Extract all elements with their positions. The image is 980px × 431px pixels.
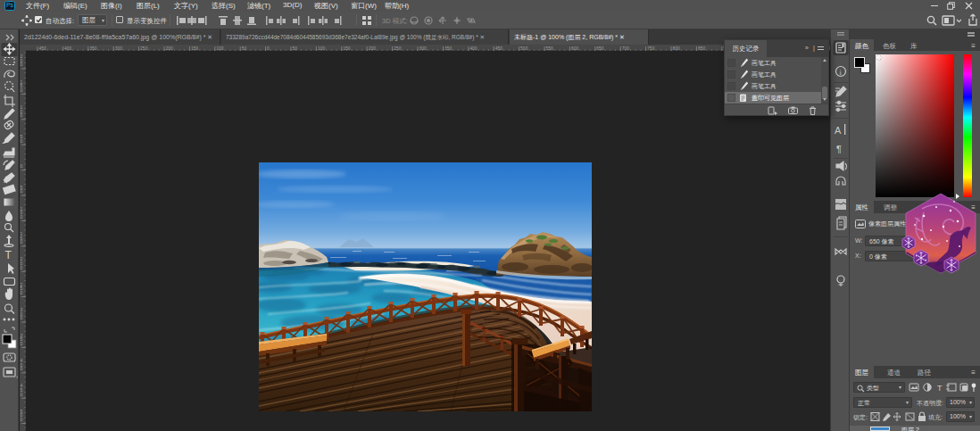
svg-text:150: 150 [191, 46, 199, 51]
svg-text:0: 0 [21, 239, 23, 245]
svg-text:0: 0 [21, 214, 23, 220]
svg-text:0: 0 [21, 366, 23, 371]
svg-text:0: 0 [267, 46, 270, 51]
svg-text:200: 200 [369, 46, 377, 51]
svg-text:450: 450 [495, 46, 503, 51]
svg-text:450: 450 [39, 46, 47, 51]
svg-text:800: 800 [673, 46, 681, 51]
svg-text:0: 0 [21, 392, 23, 397]
svg-text:250: 250 [394, 46, 402, 51]
svg-text:350: 350 [89, 46, 97, 51]
svg-text:T: T [5, 249, 12, 261]
svg-text:0: 0 [21, 112, 23, 118]
svg-text:50: 50 [242, 46, 247, 51]
svg-text:0: 0 [21, 315, 23, 320]
svg-text:0: 0 [21, 417, 23, 422]
svg-text:850: 850 [698, 46, 706, 51]
svg-text:400: 400 [469, 46, 478, 51]
svg-text:150: 150 [343, 46, 351, 51]
svg-text:650: 650 [596, 46, 604, 51]
svg-text:0: 0 [21, 87, 23, 93]
svg-text:300: 300 [115, 46, 123, 51]
svg-text:0: 0 [21, 62, 23, 67]
svg-text:0: 0 [21, 341, 23, 346]
svg-text:550: 550 [546, 46, 554, 51]
svg-text:¶: ¶ [836, 144, 842, 154]
svg-text:50: 50 [293, 46, 298, 51]
svg-text:500: 500 [520, 46, 528, 51]
svg-text:0: 0 [21, 188, 23, 194]
svg-text:T: T [937, 384, 943, 393]
svg-text:700: 700 [622, 46, 630, 51]
svg-text:350: 350 [444, 46, 453, 51]
svg-text:0: 0 [21, 163, 23, 169]
svg-text:100: 100 [216, 46, 224, 51]
svg-text:600: 600 [571, 46, 579, 51]
svg-text:0: 0 [21, 265, 23, 270]
svg-text:750: 750 [647, 46, 655, 51]
svg-text:0: 0 [21, 290, 23, 295]
svg-text:A: A [835, 125, 842, 136]
svg-text:0: 0 [21, 138, 23, 144]
svg-text:300: 300 [419, 46, 428, 51]
svg-text:400: 400 [64, 46, 72, 51]
svg-text:200: 200 [166, 46, 174, 51]
svg-text:i: i [839, 69, 842, 77]
svg-text:250: 250 [140, 46, 148, 51]
svg-text:100: 100 [318, 46, 326, 51]
